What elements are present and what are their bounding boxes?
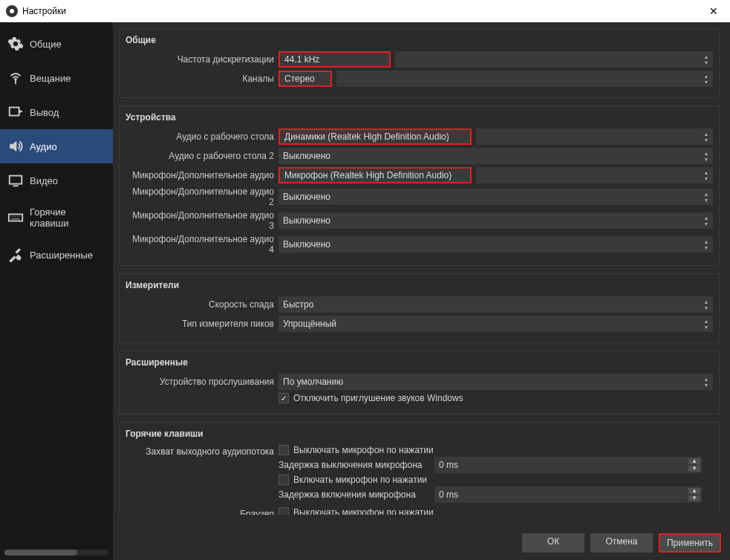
group-title: Устройства	[126, 111, 713, 128]
mute-push-label: Выключать микрофон по нажатии	[293, 445, 434, 455]
desktop2-label: Аудио с рабочего стола 2	[126, 151, 274, 161]
sidebar-item-output[interactable]: Вывод	[0, 95, 113, 129]
group-advanced: Расширенные Устройство прослушивания По …	[119, 351, 720, 414]
tools-icon	[7, 247, 24, 263]
sidebar: Общие Вещание Вывод Аудио Видео Горячие …	[0, 22, 113, 560]
desktop2-combo[interactable]: Выключено▲▼	[278, 148, 713, 164]
group-title: Горячие клавиши	[126, 427, 713, 445]
unmute-push-checkbox[interactable]	[278, 475, 289, 485]
sample-rate-combo[interactable]: 44.1 kHz	[278, 51, 391, 68]
browser-source-label: Браузер	[126, 507, 274, 515]
sidebar-scrollbar[interactable]	[4, 550, 108, 556]
mic1-track: ▲▼	[476, 167, 713, 183]
button-bar: ОК Отмена Применить	[522, 533, 721, 553]
desktop1-combo[interactable]: Динамики (Realtek High Definition Audio)	[278, 128, 472, 145]
sidebar-item-general[interactable]: Общие	[0, 27, 113, 61]
svg-rect-1	[10, 108, 19, 116]
sample-rate-label: Частота дискретизации	[126, 54, 274, 65]
ducking-checkbox[interactable]: ✓	[278, 393, 289, 403]
video-icon	[7, 172, 24, 189]
monitor-label: Устройство прослушивания	[126, 377, 274, 387]
ducking-label: Отключить приглушение звуков Windows	[293, 393, 463, 403]
desktop1-track: ▲▼	[476, 128, 713, 145]
sidebar-label: Расширенные	[30, 250, 93, 261]
channels-combo[interactable]: Стерео	[278, 71, 332, 87]
broadcast-icon	[7, 70, 24, 86]
sidebar-label: Видео	[30, 175, 58, 186]
main-panel: Общие Частота дискретизации 44.1 kHz ▲▼ …	[113, 22, 730, 560]
audio-icon	[7, 138, 24, 154]
desktop1-label: Аудио с рабочего стола	[126, 131, 274, 142]
mic4-combo[interactable]: Выключено▲▼	[278, 236, 713, 253]
decay-combo[interactable]: Быстро▲▼	[278, 296, 713, 313]
channels-track: ▲▼	[336, 71, 713, 87]
mic1-combo[interactable]: Микрофон (Realtek High Definition Audio)	[278, 167, 472, 183]
sidebar-item-audio[interactable]: Аудио	[0, 129, 113, 163]
mute-push-checkbox[interactable]	[278, 445, 289, 455]
group-title: Общие	[126, 33, 713, 51]
decay-label: Скорость спада	[126, 299, 274, 310]
mic4-label: Микрофон/Дополнительное аудио 4	[126, 234, 274, 255]
app-icon	[6, 5, 18, 17]
sidebar-label: Аудио	[30, 141, 57, 152]
mic2-combo[interactable]: Выключено▲▼	[278, 189, 713, 205]
close-icon[interactable]: ✕	[703, 5, 724, 17]
mute-delay-input[interactable]: 0 ms▲▼	[434, 457, 702, 473]
sample-rate-track: ▲▼	[395, 51, 713, 68]
group-meters: Измерители Скорость спада Быстро▲▼ Тип и…	[119, 273, 720, 343]
group-title: Измерители	[126, 279, 713, 296]
unmute-delay-input[interactable]: 0 ms▲▼	[434, 486, 702, 503]
sidebar-label: Горячие клавиши	[30, 206, 105, 229]
group-hotkeys: Горячие клавиши Захват выходного аудиопо…	[119, 422, 720, 515]
sidebar-label: Вывод	[30, 107, 59, 118]
peak-combo[interactable]: Упрощённый▲▼	[278, 316, 713, 332]
sidebar-label: Вещание	[30, 73, 71, 84]
output-icon	[7, 104, 24, 120]
peak-label: Тип измерителя пиков	[126, 319, 274, 329]
browser-mute-label: Выключать микрофон по нажатии	[293, 507, 434, 515]
window-title: Настройки	[22, 6, 66, 16]
mic3-combo[interactable]: Выключено▲▼	[278, 212, 713, 229]
mic1-label: Микрофон/Дополнительное аудио	[126, 170, 274, 180]
ok-button[interactable]: ОК	[522, 533, 584, 553]
sidebar-label: Общие	[30, 39, 62, 50]
browser-mute-checkbox[interactable]	[278, 507, 289, 515]
svg-rect-2	[10, 176, 22, 184]
monitor-combo[interactable]: По умолчанию▲▼	[278, 374, 713, 390]
svg-rect-3	[9, 214, 22, 221]
unmute-push-label: Включать микрофон по нажатии	[293, 475, 427, 485]
mic3-label: Микрофон/Дополнительное аудио 3	[126, 210, 274, 231]
sidebar-item-hotkeys[interactable]: Горячие клавиши	[0, 198, 113, 238]
gear-icon	[7, 36, 24, 52]
sidebar-item-video[interactable]: Видео	[0, 163, 113, 198]
group-devices: Устройства Аудио с рабочего стола Динами…	[119, 105, 720, 266]
apply-button[interactable]: Применить	[659, 533, 721, 553]
mute-delay-label: Задержка выключения микрофона	[278, 460, 430, 470]
keyboard-icon	[7, 209, 24, 226]
sidebar-item-advanced[interactable]: Расширенные	[0, 238, 113, 272]
group-general: Общие Частота дискретизации 44.1 kHz ▲▼ …	[119, 28, 720, 98]
sidebar-item-stream[interactable]: Вещание	[0, 61, 113, 95]
channels-label: Каналы	[126, 74, 274, 84]
mic2-label: Микрофон/Дополнительное аудио 2	[126, 186, 274, 207]
unmute-delay-label: Задержка включения микрофона	[278, 489, 430, 500]
titlebar: Настройки ✕	[0, 0, 730, 22]
capture-source-label: Захват выходного аудиопотока	[126, 445, 274, 504]
cancel-button[interactable]: Отмена	[590, 533, 653, 553]
group-title: Расширенные	[126, 356, 713, 374]
